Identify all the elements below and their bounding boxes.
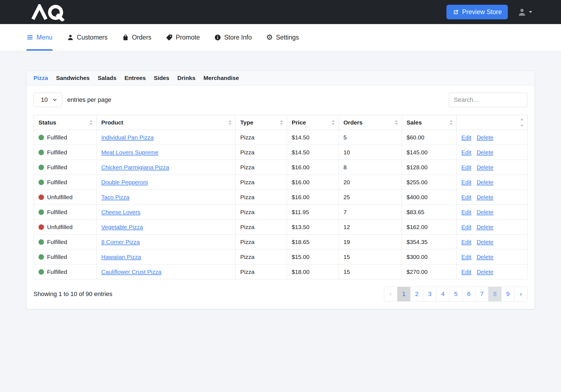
tab-entrees[interactable]: Entrees — [125, 75, 146, 81]
status-dot-icon — [38, 209, 44, 215]
edit-link[interactable]: Edit — [461, 134, 471, 141]
page-button-4[interactable]: 4 — [436, 287, 449, 301]
product-link[interactable]: Cheese Lovers — [101, 209, 140, 215]
sales-cell: $145.00 — [402, 145, 457, 160]
delete-link[interactable]: Delete — [477, 149, 493, 155]
product-link[interactable]: Individual Pan Pizza — [101, 134, 154, 141]
products-table-wrap: Status Product Type Price — [27, 107, 534, 279]
page-button-3[interactable]: 3 — [423, 287, 436, 301]
column-header-type[interactable]: Type — [236, 115, 287, 130]
edit-link[interactable]: Edit — [461, 164, 471, 170]
page-button-7[interactable]: 7 — [475, 287, 488, 301]
table-row: Fulfilled Hawaiian Pizza Pizza $15.00 15… — [34, 250, 528, 264]
product-link[interactable]: Hawaiian Pizza — [101, 254, 141, 260]
sales-cell: $400.00 — [402, 190, 457, 205]
product-link[interactable]: Meat Lovers Supreme — [101, 149, 159, 155]
tab-drinks[interactable]: Drinks — [177, 75, 195, 81]
column-header-product[interactable]: Product — [97, 115, 236, 130]
delete-link[interactable]: Delete — [477, 134, 493, 141]
delete-link[interactable]: Delete — [477, 254, 493, 260]
nav-item-label: Settings — [276, 34, 299, 41]
external-link-icon — [453, 9, 459, 15]
status-label: Fulfilled — [47, 164, 67, 170]
preview-store-button[interactable]: Preview Store — [446, 5, 508, 19]
nav-item-settings[interactable]: ⚙ Settings — [266, 24, 299, 51]
nav-item-orders[interactable]: Orders — [122, 24, 151, 51]
nav-item-label: Promote — [176, 34, 200, 41]
delete-link[interactable]: Delete — [477, 239, 493, 245]
price-cell: $11.95 — [287, 205, 339, 220]
status-dot-icon — [38, 224, 44, 230]
table-row: Fulfilled 8 Corner Pizza Pizza $18.65 19… — [34, 235, 528, 250]
delete-link[interactable]: Delete — [477, 224, 493, 230]
page-button-9[interactable]: 9 — [501, 287, 514, 301]
brand-logo[interactable] — [25, 4, 73, 21]
page-button-6[interactable]: 6 — [462, 287, 475, 301]
delete-link[interactable]: Delete — [477, 179, 493, 185]
tab-pizza[interactable]: Pizza — [33, 75, 48, 81]
nav-item-customers[interactable]: Customers — [67, 24, 108, 51]
search-input[interactable] — [449, 93, 528, 107]
price-cell: $13.50 — [287, 220, 339, 235]
product-link[interactable]: 8 Corner Pizza — [101, 239, 140, 245]
type-cell: Pizza — [236, 130, 287, 145]
nav-item-store-info[interactable]: Store Info — [214, 24, 252, 51]
table-header-row: Status Product Type Price — [34, 115, 528, 130]
tab-sides[interactable]: Sides — [154, 75, 169, 81]
edit-link[interactable]: Edit — [461, 269, 471, 275]
sort-icon — [449, 120, 453, 125]
column-header-price[interactable]: Price — [287, 115, 339, 130]
column-header-actions[interactable] — [457, 115, 528, 130]
user-menu[interactable] — [517, 7, 532, 17]
page-button-1[interactable]: 1 — [397, 287, 410, 301]
edit-link[interactable]: Edit — [461, 224, 471, 230]
status-dot-icon — [38, 269, 44, 275]
pagination-next[interactable]: › — [514, 287, 527, 301]
type-cell: Pizza — [236, 175, 287, 190]
topbar: Preview Store — [0, 0, 561, 24]
product-link[interactable]: Taco Pizza — [101, 194, 130, 200]
delete-link[interactable]: Delete — [477, 164, 493, 170]
page-button-5[interactable]: 5 — [449, 287, 462, 301]
tab-merchandise[interactable]: Merchandise — [203, 75, 239, 81]
product-link[interactable]: Chicken Parmigiana Pizza — [101, 164, 169, 170]
tab-sandwiches[interactable]: Sandwiches — [56, 75, 90, 81]
category-tabs: PizzaSandwichesSaladsEntreesSidesDrinksM… — [27, 71, 534, 85]
status-cell: Fulfilled — [34, 205, 97, 220]
product-link[interactable]: Vegetable Pizza — [101, 224, 143, 230]
edit-link[interactable]: Edit — [461, 179, 471, 185]
column-header-orders[interactable]: Orders — [339, 115, 402, 130]
delete-link[interactable]: Delete — [477, 269, 493, 275]
nav-item-promote[interactable]: Promote — [166, 24, 200, 51]
delete-link[interactable]: Delete — [477, 209, 493, 215]
status-dot-icon — [38, 254, 44, 260]
edit-link[interactable]: Edit — [461, 194, 471, 200]
page-button-2[interactable]: 2 — [410, 287, 423, 301]
delete-link[interactable]: Delete — [477, 194, 493, 200]
edit-link[interactable]: Edit — [461, 239, 471, 245]
table-row: Fulfilled Individual Pan Pizza Pizza $14… — [34, 130, 528, 145]
status-cell: Fulfilled — [34, 160, 97, 175]
status-cell: Fulfilled — [34, 175, 97, 190]
status-cell: Fulfilled — [34, 250, 97, 264]
type-cell: Pizza — [236, 235, 287, 250]
column-header-sales[interactable]: Sales — [402, 115, 457, 130]
type-cell: Pizza — [236, 145, 287, 160]
content-area: PizzaSandwichesSaladsEntreesSidesDrinksM… — [0, 71, 561, 309]
column-header-status[interactable]: Status — [34, 115, 97, 130]
edit-link[interactable]: Edit — [461, 254, 471, 260]
product-link[interactable]: Double Pepperoni — [101, 179, 148, 185]
status-label: Unfulfilled — [47, 224, 73, 230]
edit-link[interactable]: Edit — [461, 209, 471, 215]
page-button-8[interactable]: 8 — [488, 287, 501, 301]
pagination-prev[interactable]: ‹ — [384, 287, 397, 301]
nav-item-menu[interactable]: Menu — [26, 24, 53, 51]
product-link[interactable]: Cauliflower Crust Pizza — [101, 269, 161, 275]
entries-per-page-select[interactable]: 10 — [33, 93, 62, 107]
sort-icon — [332, 120, 335, 125]
edit-link[interactable]: Edit — [461, 149, 471, 155]
tab-salads[interactable]: Salads — [98, 75, 117, 81]
status-dot-icon — [38, 180, 44, 185]
type-cell: Pizza — [236, 160, 287, 175]
type-cell: Pizza — [236, 250, 287, 264]
